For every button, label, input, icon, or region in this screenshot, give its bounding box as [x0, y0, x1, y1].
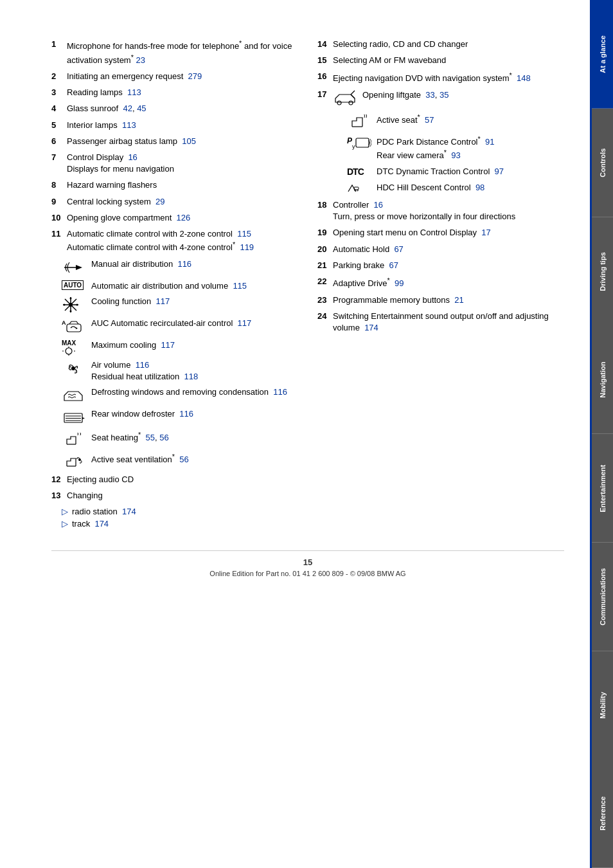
icon-row-air-vol: Air volume 116 Residual heat utilization…	[62, 359, 298, 383]
icon-row-pdc: P y PDC Park Distance Control* 91 Rear v…	[347, 134, 564, 162]
icon-row-seat-vent: Active seat ventilation* 56	[62, 452, 298, 470]
list-item-7: 7 Control Display 16 Displays for menu n…	[51, 152, 298, 175]
icon-row-defrost-front: Defrosting windows and removing condensa…	[62, 386, 298, 404]
list-item-22: 22 Adaptive Drive* 99	[317, 276, 564, 290]
snowflake-icon	[62, 296, 91, 314]
list-item-15: 15 Selecting AM or FM waveband	[317, 55, 564, 66]
sidebar-tab-communications[interactable]: Communications	[592, 543, 613, 651]
list-item-24: 24 Switching Entertainment sound output …	[317, 311, 564, 334]
sidebar-tab-navigation[interactable]: Navigation	[592, 325, 613, 434]
auc-icon: A	[62, 318, 91, 336]
list-item-3: 3 Reading lamps 113	[51, 87, 298, 98]
svg-line-29	[351, 95, 355, 98]
sidebar-tab-entertainment[interactable]: Entertainment	[592, 434, 613, 543]
seat-heat-icon	[62, 430, 91, 448]
auto-icon: AUTO	[62, 280, 91, 290]
svg-point-10	[76, 303, 78, 305]
bullet-icon: ▷	[62, 507, 72, 516]
list-item-18: 18 Controller 16 Turn, press or move hor…	[317, 199, 564, 222]
sub-item-track: ▷ track 174	[62, 519, 298, 529]
svg-point-9	[64, 303, 66, 305]
list-item-13: 13 Changing	[51, 490, 298, 502]
list-item-17: 17 Opening liftgate 33, 35	[317, 89, 564, 107]
icon-row-fan-dir: Manual air distribution 116	[62, 258, 298, 276]
list-item-14: 14 Selecting radio, CD and CD changer	[317, 39, 564, 50]
svg-marker-25	[82, 417, 85, 419]
svg-marker-13	[76, 327, 78, 329]
icon-row-dtc: DTC DTC Dynamic Traction Control 97	[347, 166, 564, 177]
list-item-12: 12 Ejecting audio CD	[51, 474, 298, 485]
svg-text:y: y	[352, 143, 355, 150]
list-item-11: 11 Automatic climate control with 2-zone…	[51, 228, 298, 254]
svg-point-6	[69, 303, 73, 307]
svg-rect-35	[356, 138, 369, 147]
icon-row-seat-heat: Seat heating* 55, 56	[62, 430, 298, 448]
svg-rect-12	[67, 324, 81, 332]
sidebar-tab-at-glance[interactable]: At a glance	[592, 0, 613, 109]
list-item-4: 4 Glass sunroof 42, 45	[51, 103, 298, 114]
svg-point-8	[70, 310, 72, 312]
list-item-6: 6 Passenger airbag status lamp 105	[51, 136, 298, 147]
sidebar-tab-controls[interactable]: Controls	[592, 109, 613, 217]
liftgate-icon	[333, 89, 362, 107]
sidebar-tab-mobility[interactable]: Mobility	[592, 651, 613, 760]
svg-point-31	[349, 101, 353, 105]
icon-row-auc: A AUC Automatic recirculated-air control…	[62, 318, 298, 336]
svg-point-7	[70, 297, 72, 299]
icon-row-snowflake: Cooling function 117	[62, 296, 298, 314]
list-item-1: 1 Microphone for hands-free mode for tel…	[51, 39, 298, 66]
svg-point-20	[71, 366, 75, 370]
svg-point-14	[66, 348, 72, 354]
hdc-icon	[347, 181, 377, 194]
bullet-icon: ▷	[62, 519, 72, 529]
max-icon: MAX	[62, 339, 91, 356]
icon-row-max: MAX Maximum cooling 117	[62, 339, 298, 356]
sidebar: At a glance Controls Driving tips Naviga…	[590, 0, 613, 868]
link[interactable]: 23	[136, 55, 145, 65]
sidebar-tab-reference[interactable]: Reference	[592, 759, 613, 868]
icon-row-defrost-rear: Rear window defroster 116	[62, 408, 298, 426]
icon-row-hdc: HDC Hill Descent Control 98	[347, 181, 564, 194]
list-item-19: 19 Opening start menu on Control Display…	[317, 227, 564, 239]
list-item-21: 21 Parking brake 67	[317, 260, 564, 271]
item-number: 1	[51, 39, 67, 66]
active-seat-icon	[347, 113, 377, 131]
pdc-icon: P y	[347, 134, 377, 155]
page-footer: 15 Online Edition for Part no. 01 41 2 6…	[51, 550, 564, 577]
svg-point-30	[337, 101, 341, 105]
list-item-16: 16 Ejecting navigation DVD with navigati…	[317, 71, 564, 85]
list-item-23: 23 Programmable memory buttons 21	[317, 294, 564, 306]
svg-point-38	[357, 190, 359, 191]
list-item-20: 20 Automatic Hold 67	[317, 244, 564, 255]
page-number: 15	[51, 557, 564, 567]
list-item-2: 2 Initiating an emergency request 279	[51, 71, 298, 82]
fan-dir-icon	[62, 258, 91, 276]
icon-row-auto: AUTO Automatic air distribution and volu…	[62, 280, 298, 292]
list-item-9: 9 Central locking system 29	[51, 196, 298, 208]
air-volume-icon	[62, 359, 91, 377]
svg-text:A: A	[62, 320, 66, 326]
defrost-rear-icon	[62, 408, 91, 426]
sub-item-radio: ▷ radio station 174	[62, 507, 298, 516]
icon-row-active-seat: Active seat* 57	[347, 113, 564, 131]
svg-point-28	[78, 458, 81, 461]
sidebar-tab-driving-tips[interactable]: Driving tips	[592, 217, 613, 326]
svg-marker-1	[76, 265, 82, 270]
list-item-5: 5 Interior lamps 113	[51, 120, 298, 131]
copyright-text: Online Edition for Part no. 01 41 2 600 …	[51, 570, 564, 577]
list-item-8: 8 Hazard warning flashers	[51, 179, 298, 191]
list-item-10: 10 Opening glove compartment 126	[51, 212, 298, 224]
dtc-icon: DTC	[347, 167, 377, 177]
seat-vent-icon	[62, 452, 91, 470]
defrost-front-icon	[62, 386, 91, 404]
